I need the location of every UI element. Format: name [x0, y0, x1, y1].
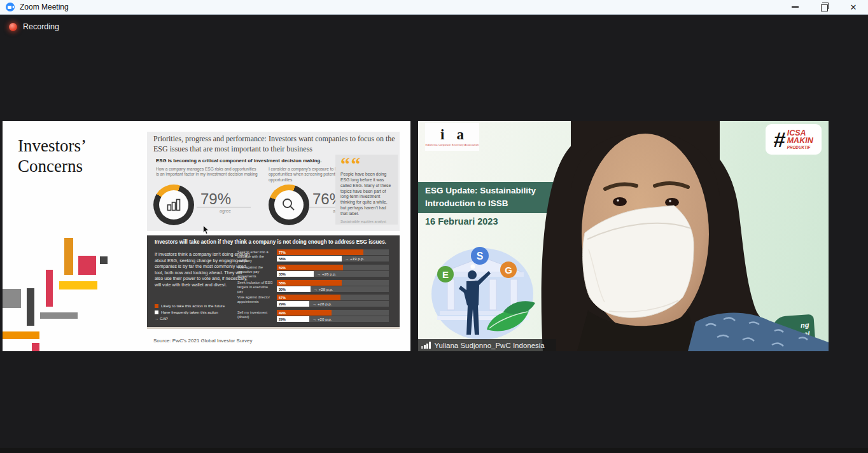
bar-track: 58% — [277, 280, 389, 286]
bar-track: 57% — [277, 295, 389, 300]
window-titlebar[interactable]: Zoom Meeting ✕ — [0, 0, 868, 15]
bar-track: 77% — [277, 249, 389, 255]
restore-button[interactable] — [809, 0, 839, 14]
bar-tracks: 49% 29%→ +20 p.p. — [277, 310, 389, 322]
bar-future: 77% — [277, 249, 363, 255]
bar-tracks: 58% 30%→ +28 p.p. — [277, 280, 389, 294]
donut-hole — [274, 190, 304, 220]
esg-stats-panel: Priorities, progress and performance: In… — [147, 132, 400, 231]
bar-row-label: Seek to enter into a dialogue with the c… — [237, 249, 273, 263]
window-controls: ✕ — [780, 0, 868, 14]
stat-unit: agree — [220, 209, 231, 213]
bar-past: 29% — [277, 316, 309, 322]
bar-past: 58% — [277, 256, 342, 261]
bar-value: 59% — [277, 266, 286, 270]
donut-chart — [269, 185, 309, 225]
speaker-portrait — [418, 121, 829, 351]
stat-description: How a company manages ESG risks and oppo… — [156, 167, 258, 178]
webcam-tile: icsa Indonesia Corporate Secretary Assoc… — [418, 121, 829, 351]
eye-glint — [617, 199, 619, 202]
eye-glint — [669, 200, 671, 202]
bar-track: 59% — [277, 265, 389, 270]
chart-legend: Likely to take this action in the future… — [155, 303, 225, 323]
bar-row: Sell my investment (divest) 49% 29%→ +20… — [237, 310, 389, 322]
bar-future: 49% — [277, 310, 332, 316]
eye-left — [613, 197, 627, 206]
bar-future: 59% — [277, 265, 343, 270]
bar-past: 33% — [277, 271, 314, 277]
close-button[interactable]: ✕ — [839, 0, 868, 14]
bar-tracks: 77% 58%→ +19 p.p. — [277, 249, 389, 263]
minimize-button[interactable] — [780, 0, 809, 14]
shoulder-batik — [688, 312, 829, 351]
bar-track: 33%→ +26 p.p. — [277, 271, 389, 277]
bar-past: 29% — [277, 301, 309, 307]
legend-label: → GAP — [155, 316, 168, 321]
slide-title-line2: Concerns — [18, 157, 87, 177]
bottom-edge — [0, 448, 868, 453]
bar-row: Seek inclusion of ESG targets in executi… — [237, 280, 389, 294]
bar-track: 29%→ +20 p.p. — [277, 316, 389, 322]
bar-future: 58% — [277, 280, 342, 286]
bar-track: 29%→ +28 p.p. — [277, 301, 389, 307]
deco-bar — [3, 289, 21, 308]
deco-bar — [46, 270, 53, 307]
deco-bar — [32, 343, 39, 351]
slide-title-line1: Investors’ — [18, 136, 87, 157]
panel-heading: Investors will take action if they think… — [155, 239, 396, 245]
deco-bar — [40, 312, 78, 319]
recording-dot-icon — [9, 23, 17, 31]
zoom-meeting-window: { "window": { "title": "Zoom Meeting", "… — [0, 0, 868, 453]
deco-bar — [64, 238, 73, 275]
bar-track: 49% — [277, 310, 389, 316]
donut-hole — [159, 190, 188, 220]
source-note: Source: PwC’s 2021 Global Investor Surve… — [153, 338, 252, 344]
bar-row-label: Seek inclusion of ESG targets in executi… — [237, 280, 273, 294]
bar-value: 57% — [277, 296, 286, 300]
legend-label: Have frequently taken this action — [161, 310, 218, 314]
restore-icon — [821, 4, 828, 11]
zoom-logo-icon — [6, 3, 15, 11]
bar-tracks: 59% 33%→ +26 p.p. — [277, 265, 389, 279]
bar-value: 30% — [277, 288, 286, 291]
recording-label: Recording — [23, 22, 59, 31]
bar-value: 29% — [277, 302, 286, 306]
stat-divider — [197, 207, 251, 207]
legend-item: Likely to take this action in the future — [155, 303, 225, 308]
gap-annotation: → +19 p.p. — [345, 256, 364, 261]
bar-row: Vote against the executive pay agreement… — [237, 265, 389, 279]
participant-name-tag: Yuliana Sudjonno_PwC Indonesia — [418, 339, 556, 351]
gap-annotation: → +28 p.p. — [314, 287, 333, 291]
bar-value: 29% — [277, 317, 286, 321]
magnifier-icon — [281, 197, 297, 213]
quote-mark-icon: “ “ — [340, 157, 393, 171]
bar-row: Vote against director appointments 57% 2… — [237, 295, 389, 307]
quote-text: People have been doing ESG long before i… — [340, 172, 393, 217]
audio-signal-icon — [421, 342, 431, 349]
deco-bar — [100, 256, 108, 264]
window-title: Zoom Meeting — [20, 3, 69, 11]
quote-block: “ “ People have been doing ESG long befo… — [335, 155, 398, 225]
gap-annotation: → +26 p.p. — [317, 272, 336, 276]
bar-track: 58%→ +19 p.p. — [277, 256, 389, 261]
legend-swatch-white — [155, 310, 158, 314]
bar-row-label: Vote against the executive pay agreement… — [237, 265, 273, 279]
bar-tracks: 57% 29%→ +28 p.p. — [277, 295, 389, 307]
gap-annotation: → +28 p.p. — [312, 302, 332, 306]
deco-bar — [78, 256, 96, 275]
legend-label: Likely to take this action in the future — [161, 303, 225, 308]
bar-value: 33% — [277, 272, 286, 276]
recording-indicator: Recording — [9, 22, 59, 31]
bar-row: Seek to enter into a dialogue with the c… — [237, 249, 389, 263]
legend-item: Have frequently taken this action — [155, 310, 225, 314]
bar-past: 30% — [277, 286, 311, 292]
bar-future: 57% — [277, 295, 340, 300]
panel-heading: Priorities, progress and performance: In… — [153, 134, 395, 154]
screen-share-tile: Investors’ Concerns Priorities, progress… — [3, 121, 410, 351]
investor-action-panel: Investors will take action if they think… — [147, 235, 400, 329]
slide-title: Investors’ Concerns — [18, 136, 87, 177]
stat-value: 79% — [200, 190, 231, 208]
participant-name: Yuliana Sudjonno_PwC Indonesia — [435, 342, 545, 349]
bar-value: 49% — [277, 311, 286, 315]
bar-value: 58% — [277, 257, 286, 261]
